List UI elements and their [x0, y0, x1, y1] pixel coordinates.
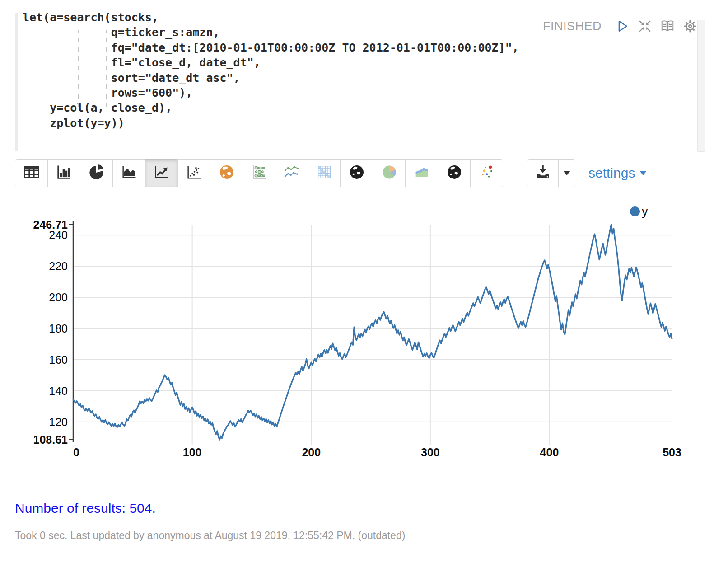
legend-label: y [642, 205, 648, 218]
scatter-color-icon [478, 163, 496, 183]
code-editor[interactable]: let(a=search(stocks, q=ticker_s:amzn, fq… [23, 10, 519, 131]
indent-guide [78, 30, 79, 107]
bubble-grid-icon [250, 163, 268, 183]
pie-color-button[interactable] [373, 159, 406, 187]
line-chart-button[interactable] [145, 159, 178, 187]
line-chart-icon [153, 163, 171, 183]
y-axis-label: 180 [49, 322, 68, 335]
paragraph-left-border [15, 13, 18, 151]
y-axis-label: 160 [49, 353, 68, 366]
globe-dark-2-button[interactable] [438, 159, 471, 187]
y-axis-label: 200 [49, 291, 68, 304]
map-globe-orange-button[interactable] [210, 159, 243, 187]
heatmap-button[interactable] [308, 159, 341, 187]
y-axis-min-label: 108.61 [33, 433, 68, 446]
indent-guide [106, 30, 107, 107]
x-axis-label: 0 [73, 446, 79, 459]
settings-label: settings [588, 165, 635, 181]
paragraph-footer-text: Took 0 sec. Last updated by anonymous at… [15, 530, 405, 542]
multi-series-line-button[interactable] [275, 159, 308, 187]
chevron-down-icon [639, 171, 647, 175]
x-axis-label: 503 [663, 446, 681, 459]
download-options-button[interactable] [558, 159, 575, 187]
paragraph-controls: FINISHED [543, 17, 698, 35]
scatter-chart-button[interactable] [177, 159, 210, 187]
chart-type-toolbar [15, 159, 503, 187]
download-button[interactable] [527, 159, 559, 187]
settings-toggle[interactable]: settings [588, 165, 647, 181]
chart-legend-item[interactable]: y [630, 205, 648, 218]
download-icon [534, 163, 552, 183]
indent-guide [51, 30, 51, 107]
globe-dark-1-button[interactable] [340, 159, 373, 187]
pie-chart-icon [88, 163, 106, 183]
bar-chart-icon [55, 163, 73, 183]
heatmap-icon [315, 163, 333, 183]
scatter-color-button[interactable] [470, 159, 503, 187]
area-chart-icon [120, 163, 138, 183]
y-axis-label: 240 [49, 229, 68, 241]
y-axis-label: 220 [49, 260, 68, 272]
chevron-down-icon [563, 171, 570, 175]
multi-series-line-icon [283, 163, 301, 183]
globe-dark-2-icon [445, 163, 463, 183]
line-chart-svg: 246.71108.612402202001801601401200100200… [0, 199, 728, 463]
pie-chart-button[interactable] [80, 159, 113, 187]
scatter-chart-icon [185, 163, 203, 183]
compress-icon[interactable] [637, 18, 653, 34]
area-chart-button[interactable] [112, 159, 145, 187]
play-icon[interactable] [614, 18, 630, 34]
area-color-button[interactable] [405, 159, 438, 187]
x-axis-label: 300 [421, 446, 440, 459]
book-icon[interactable] [659, 18, 676, 34]
y-axis-label: 140 [49, 385, 68, 397]
download-button-group [527, 159, 575, 187]
x-axis-label: 200 [302, 446, 321, 459]
globe-dark-1-icon [348, 163, 366, 183]
stock-line-chart: 246.71108.612402202001801601401200100200… [0, 199, 728, 463]
status-badge: FINISHED [543, 19, 602, 33]
legend-swatch [630, 206, 640, 216]
gear-icon[interactable] [682, 18, 698, 34]
map-globe-orange-icon [218, 163, 236, 183]
bubble-grid-button[interactable] [243, 159, 275, 187]
pie-color-icon [380, 163, 398, 183]
table-button[interactable] [15, 159, 48, 187]
y-axis-label: 120 [49, 416, 68, 428]
results-count-text: Number of results: 504. [15, 501, 156, 516]
zeppelin-paragraph: { "editor": { "status": "FINISHED", "cod… [0, 0, 728, 563]
table-icon [23, 163, 41, 183]
chart-line-y [73, 225, 672, 440]
bar-chart-button[interactable] [47, 159, 80, 187]
editor-scrollbar[interactable] [697, 20, 705, 152]
x-axis-label: 400 [540, 446, 559, 459]
area-color-icon [413, 163, 431, 183]
x-axis-label: 100 [183, 446, 202, 459]
